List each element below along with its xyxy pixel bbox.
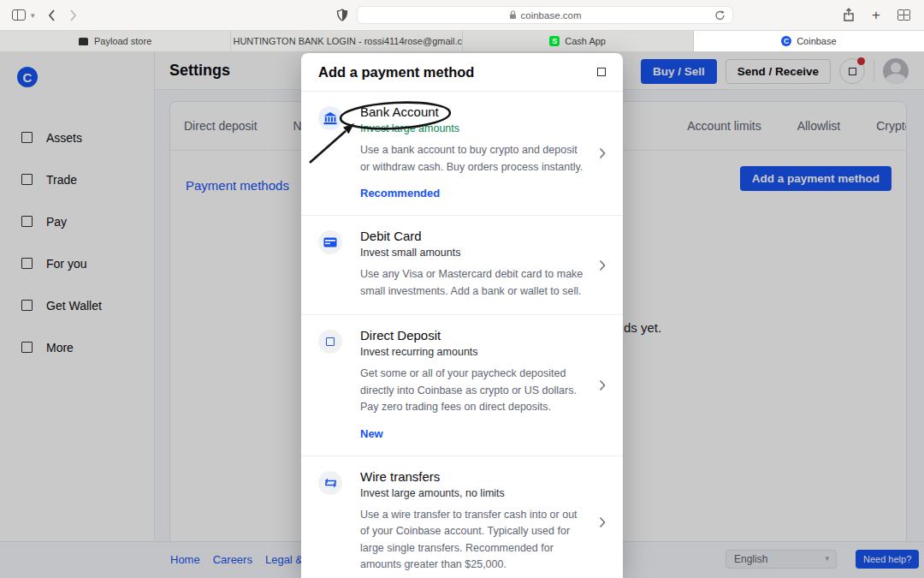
browser-tab-strip: Payload store HUNTINGTON BANK LOGIN - ro… xyxy=(0,31,924,51)
chevron-right-icon xyxy=(599,379,606,395)
forward-icon[interactable] xyxy=(68,9,78,22)
wire-transfer-icon xyxy=(318,471,342,495)
method-bank-account[interactable]: Bank Account Invest large amounts Use a … xyxy=(301,92,623,216)
back-icon[interactable] xyxy=(47,9,56,22)
add-payment-method-modal: Add a payment method Bank Account Invest… xyxy=(301,53,623,578)
address-bar[interactable]: coinbase.com xyxy=(357,6,733,24)
tab-overview-icon[interactable] xyxy=(897,9,910,21)
method-wire-transfers[interactable]: Wire transfers Invest large amounts, no … xyxy=(301,456,623,578)
method-description: Use a bank account to buy crypto and dep… xyxy=(360,142,584,176)
method-subtitle: Invest recurring amounts xyxy=(360,346,584,358)
method-subtitle: Invest large amounts xyxy=(360,122,584,134)
chevron-down-icon[interactable]: ▾ xyxy=(31,11,35,20)
browser-tab-huntington[interactable]: HUNTINGTON BANK LOGIN - rossi4114rose@gm… xyxy=(231,31,462,51)
share-icon[interactable] xyxy=(843,8,855,22)
new-badge: New xyxy=(360,427,383,440)
browser-tab-cash-app[interactable]: S Cash App xyxy=(463,31,694,51)
browser-tab-coinbase[interactable]: C Coinbase xyxy=(694,31,924,51)
method-subtitle: Invest small amounts xyxy=(360,247,584,259)
address-url: coinbase.com xyxy=(521,10,582,21)
browser-tab-payload-store[interactable]: Payload store xyxy=(0,31,231,51)
method-name: Wire transfers xyxy=(360,469,584,484)
chevron-right-icon xyxy=(599,516,606,532)
method-debit-card[interactable]: Debit Card Invest small amounts Use any … xyxy=(301,216,623,315)
browser-toolbar: ▾ coinbase.com + xyxy=(0,0,924,31)
coinbase-favicon: C xyxy=(781,36,791,46)
close-icon[interactable] xyxy=(597,68,606,76)
method-direct-deposit[interactable]: Direct Deposit Invest recurring amounts … xyxy=(301,315,623,456)
lock-icon xyxy=(509,10,517,20)
method-description: Get some or all of your paycheck deposit… xyxy=(360,366,584,416)
cash-app-icon: S xyxy=(549,36,560,46)
recommended-badge: Recommended xyxy=(360,187,440,200)
debit-card-icon xyxy=(318,230,342,254)
chevron-right-icon xyxy=(599,259,606,275)
square-icon xyxy=(318,330,342,354)
method-description: Use any Visa or Mastercard debit card to… xyxy=(360,266,584,300)
method-subtitle: Invest large amounts, no limits xyxy=(360,487,584,499)
method-name: Bank Account xyxy=(360,104,584,119)
method-name: Direct Deposit xyxy=(360,328,584,343)
bank-icon xyxy=(318,106,342,130)
method-description: Use a wire transfer to transfer cash int… xyxy=(360,507,584,574)
sidebar-toggle-icon[interactable] xyxy=(12,9,26,21)
privacy-shield-icon[interactable] xyxy=(336,9,348,21)
reload-icon[interactable] xyxy=(714,9,726,23)
payload-store-favicon xyxy=(79,36,89,46)
chevron-right-icon xyxy=(599,147,606,163)
modal-title: Add a payment method xyxy=(318,64,474,80)
method-name: Debit Card xyxy=(360,229,584,243)
new-tab-icon[interactable]: + xyxy=(872,7,880,24)
